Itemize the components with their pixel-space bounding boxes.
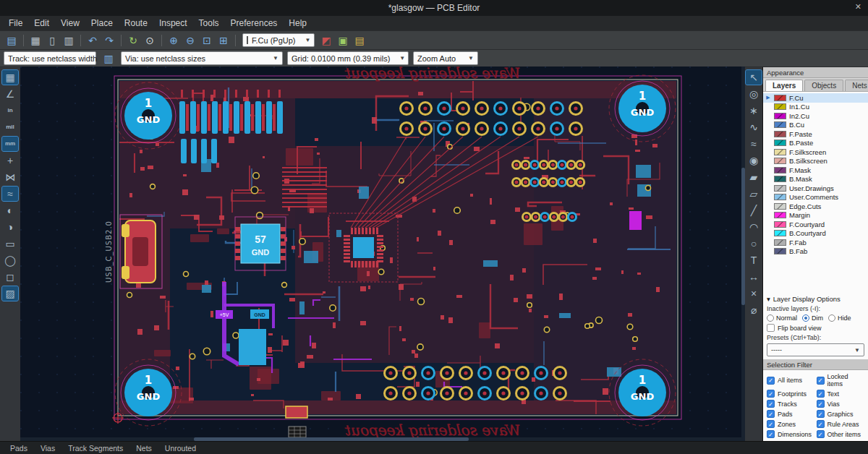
measure-tool-icon[interactable]: ⌀ <box>746 303 762 317</box>
polar-coordinates-icon[interactable]: ∠ <box>2 87 18 101</box>
layer-color-swatch[interactable] <box>774 131 786 137</box>
radio-normal[interactable] <box>767 314 774 322</box>
menu-view[interactable]: View <box>55 17 85 30</box>
tracks-outline-icon[interactable]: ▭ <box>2 236 18 251</box>
vias-outline-icon[interactable]: ◯ <box>2 253 18 267</box>
filter-other-items[interactable]: ✓Other items <box>817 430 865 438</box>
collapse-icon[interactable]: ▾ <box>767 295 770 303</box>
menu-help[interactable]: Help <box>283 17 312 30</box>
filter-locked-items[interactable]: ✓Locked items <box>817 373 865 387</box>
print-icon[interactable]: ▥ <box>61 33 77 48</box>
scripting-console-icon[interactable]: ▤ <box>352 33 367 48</box>
layer-color-swatch[interactable] <box>774 203 786 210</box>
zoom-in-icon[interactable]: ⊕ <box>166 33 182 48</box>
layer-color-swatch[interactable] <box>774 103 786 110</box>
layer-color-swatch[interactable] <box>774 185 786 192</box>
layer-row-b-courtyard[interactable]: B.Courtyard <box>763 229 868 239</box>
layer-presets-icon[interactable]: ◩ <box>318 33 334 48</box>
filter-tracks[interactable]: ✓Tracks <box>767 400 815 408</box>
select-tool-icon[interactable]: ↖ <box>746 70 762 85</box>
presets-combo[interactable]: ----- ▼ <box>767 343 864 356</box>
tab-objects[interactable]: Objects <box>804 80 843 91</box>
layer-row-in2-cu[interactable]: In2.Cu <box>763 111 868 121</box>
layer-row-f-cu[interactable]: ▶F.Cu <box>763 93 868 103</box>
layer-color-swatch[interactable] <box>774 121 786 128</box>
page-settings-icon[interactable]: ▯ <box>44 33 60 48</box>
tab-layers[interactable]: Layers <box>765 80 803 91</box>
layer-row-f-silkscreen[interactable]: F.Silkscreen <box>763 147 868 157</box>
delete-tool-icon[interactable]: × <box>746 286 762 301</box>
layer-color-swatch[interactable] <box>774 212 786 218</box>
layer-row-f-fab[interactable]: F.Fab <box>763 238 868 247</box>
layer-row-f-paste[interactable]: F.Paste <box>763 129 868 139</box>
edit-netclasses-icon[interactable]: ▥ <box>101 51 116 66</box>
layer-color-swatch[interactable] <box>774 113 786 119</box>
menu-edit[interactable]: Edit <box>28 17 55 30</box>
find-icon[interactable]: ⊙ <box>142 33 158 48</box>
vertical-scrollbar-thumb[interactable] <box>741 168 745 305</box>
layer-color-swatch[interactable] <box>774 149 786 155</box>
units-mils-icon[interactable]: mil <box>2 120 18 134</box>
flip-board-view-checkbox[interactable]: Flip board view <box>767 324 864 332</box>
units-inches-icon[interactable]: in <box>2 103 18 118</box>
filter-vias[interactable]: ✓Vias <box>817 400 865 408</box>
layer-row-f-courtyard[interactable]: F.Courtyard <box>763 220 868 229</box>
arc-tool-icon[interactable]: ◠ <box>746 220 762 234</box>
layer-row-margin[interactable]: Margin <box>763 211 868 220</box>
pcb-canvas[interactable]: 1GND1GND1GND1GND USB_C_USB2.0 57 GND <box>20 67 745 441</box>
layer-color-swatch[interactable] <box>774 158 786 164</box>
ratsnest-visibility-icon[interactable]: ⋈ <box>2 170 18 184</box>
tab-nets[interactable]: Nets <box>845 80 868 91</box>
menu-place[interactable]: Place <box>85 17 119 30</box>
filter-all-items[interactable]: ✓All items <box>767 373 815 387</box>
radio-dim[interactable] <box>802 314 809 322</box>
layer-row-f-mask[interactable]: F.Mask <box>763 166 868 175</box>
units-mm-icon[interactable]: mm <box>2 137 18 151</box>
layer-row-b-fab[interactable]: B.Fab <box>763 247 868 257</box>
layer-row-b-paste[interactable]: B.Paste <box>763 139 868 148</box>
save-icon[interactable]: ▤ <box>4 33 20 48</box>
zoom-fit-icon[interactable]: ⊡ <box>199 33 215 48</box>
layer-row-b-silkscreen[interactable]: B.Silkscreen <box>763 157 868 166</box>
dimension-tool-icon[interactable]: ↔ <box>746 270 762 284</box>
undo-icon[interactable]: ↶ <box>85 33 101 48</box>
rule-area-tool-icon[interactable]: ▱ <box>746 187 762 201</box>
menu-route[interactable]: Route <box>119 17 153 30</box>
ratsnest-curved-icon[interactable]: ≈ <box>2 187 18 201</box>
filter-pads[interactable]: ✓Pads <box>767 410 815 418</box>
zoom-selection-icon[interactable]: ⊞ <box>216 33 231 48</box>
layer-color-swatch[interactable] <box>774 239 786 246</box>
filter-zones[interactable]: ✓Zones <box>767 420 815 428</box>
highlight-net-tool-icon[interactable]: ◎ <box>746 87 762 101</box>
route-track-tool-icon[interactable]: ∿ <box>746 120 762 134</box>
zone-tool-icon[interactable]: ▰ <box>746 170 762 184</box>
diff-pair-tool-icon[interactable]: ≈ <box>746 137 762 151</box>
filter-dimensions[interactable]: ✓Dimensions <box>767 430 815 438</box>
vertical-scrollbar[interactable] <box>741 67 745 441</box>
circle-tool-icon[interactable]: ○ <box>746 236 762 251</box>
via-size-combo[interactable]: Via: use netclass sizes ▼ <box>121 51 283 65</box>
redo-icon[interactable]: ↷ <box>101 33 117 48</box>
layer-color-swatch[interactable] <box>774 95 786 101</box>
menu-inspect[interactable]: Inspect <box>153 17 193 30</box>
filter-graphics[interactable]: ✓Graphics <box>817 410 865 418</box>
layer-row-in1-cu[interactable]: In1.Cu <box>763 103 868 112</box>
filter-footprints[interactable]: ✓Footprints <box>767 390 815 398</box>
layer-color-swatch[interactable] <box>774 221 786 228</box>
text-tool-icon[interactable]: T <box>746 253 762 267</box>
grid-visibility-icon[interactable]: ▦ <box>2 70 18 85</box>
line-tool-icon[interactable]: ╱ <box>746 203 762 218</box>
layer-select-combo[interactable]: F.Cu (PgUp) ▼ <box>242 33 315 47</box>
menu-tools[interactable]: Tools <box>193 17 225 30</box>
layer-row-edge-cuts[interactable]: Edge.Cuts <box>763 202 868 211</box>
layer-row-b-mask[interactable]: B.Mask <box>763 175 868 184</box>
grid-combo[interactable]: Grid: 0.0100 mm (0.39 mils) ▼ <box>287 51 409 65</box>
high-contrast-icon[interactable]: ◑ <box>2 220 18 234</box>
layer-color-swatch[interactable] <box>774 140 786 146</box>
horizontal-scrollbar[interactable] <box>20 437 745 441</box>
close-window-icon[interactable]: ✕ <box>855 2 861 12</box>
zones-fill-icon[interactable]: ▨ <box>2 286 18 301</box>
zoom-out-icon[interactable]: ⊖ <box>182 33 198 48</box>
net-highlight-icon[interactable]: ◐ <box>2 203 18 218</box>
layer-color-swatch[interactable] <box>774 176 786 182</box>
